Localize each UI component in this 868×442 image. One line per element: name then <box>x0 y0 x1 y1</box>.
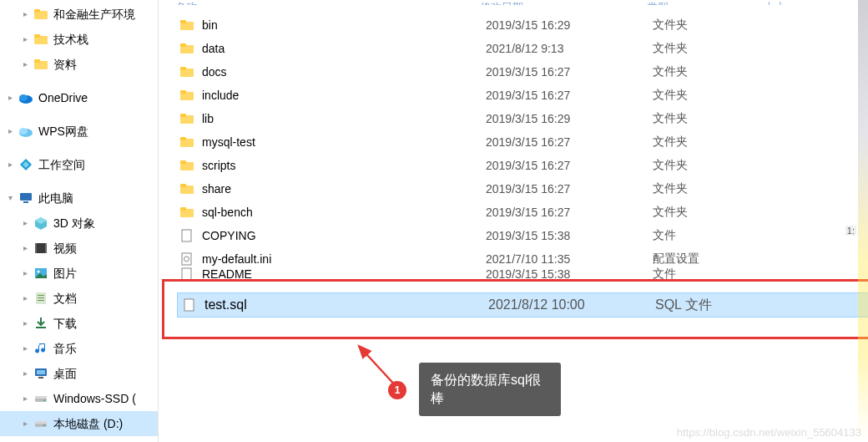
file-row[interactable]: sql-bench2019/3/15 16:27文件夹 <box>175 201 851 224</box>
svg-rect-31 <box>35 396 47 399</box>
sidebar-item[interactable]: ▸桌面 <box>0 361 158 386</box>
file-name: data <box>202 42 486 55</box>
col-date[interactable]: 修改日期 <box>480 0 647 5</box>
svg-rect-25 <box>38 300 44 301</box>
file-name: include <box>202 89 486 102</box>
video-icon <box>33 241 48 256</box>
sidebar-item-label: 文档 <box>53 289 77 307</box>
file-type: 文件夹 <box>653 18 770 33</box>
sidebar-item-label: 下载 <box>53 314 77 333</box>
file-icon <box>179 251 195 267</box>
sidebar-item[interactable]: ▸图片 <box>0 261 158 286</box>
svg-rect-5 <box>34 59 40 63</box>
svg-rect-37 <box>180 20 186 23</box>
chevron-icon[interactable]: ▸ <box>23 389 33 408</box>
sidebar-item-label: 视频 <box>53 239 77 257</box>
svg-rect-28 <box>37 370 45 374</box>
chevron-icon[interactable]: ▸ <box>8 155 18 174</box>
annotation-bubble: 备份的数据库sql很棒 <box>419 363 561 416</box>
sidebar-item[interactable]: ▸音乐 <box>0 336 158 361</box>
watermark-text: https://blog.csdn.net/weixin_55604133 <box>677 426 861 439</box>
sidebar-item[interactable]: ▸视频 <box>0 236 158 261</box>
chevron-icon[interactable]: ▸ <box>8 89 18 107</box>
file-name: sql-bench <box>202 206 486 219</box>
file-row[interactable]: bin2019/3/15 16:29文件夹 <box>175 13 851 37</box>
file-type: SQL 文件 <box>655 297 772 314</box>
annotation-highlight-box: test.sql 2021/8/12 10:00 SQL 文件 <box>162 279 868 339</box>
chevron-icon[interactable]: ▸ <box>23 414 33 433</box>
chevron-icon[interactable]: ▸ <box>23 339 33 358</box>
folder-icon <box>33 7 48 22</box>
svg-rect-55 <box>182 253 191 265</box>
column-headers[interactable]: 名称 修改日期 类型 大小 <box>159 0 868 5</box>
col-size[interactable]: 大小 <box>764 0 851 5</box>
svg-point-20 <box>38 271 40 273</box>
sidebar-item[interactable]: ▸资料 <box>0 52 158 77</box>
svg-rect-58 <box>184 299 194 311</box>
chevron-icon[interactable]: ▸ <box>23 264 33 282</box>
svg-point-32 <box>43 399 45 401</box>
sidebar-item[interactable]: ▸下载 <box>0 311 158 336</box>
file-row[interactable]: COPYING2019/3/15 15:38文件 <box>175 224 851 247</box>
file-type: 文件夹 <box>653 41 770 56</box>
music-icon <box>33 341 48 356</box>
sidebar-item[interactable]: ▸技术栈 <box>0 27 158 52</box>
file-row[interactable]: share2019/3/15 16:27文件夹 <box>175 177 851 201</box>
file-date: 2019/3/15 16:27 <box>486 89 653 102</box>
file-type: 配置设置 <box>653 251 770 267</box>
svg-rect-57 <box>182 268 191 280</box>
doc-icon <box>33 291 48 306</box>
file-date: 2019/3/15 16:29 <box>486 18 653 32</box>
file-row[interactable]: mysql-test2019/3/15 16:27文件夹 <box>175 130 851 154</box>
file-date: 2021/8/12 10:00 <box>488 297 655 312</box>
file-name: bin <box>202 18 486 32</box>
svg-rect-43 <box>180 90 186 94</box>
folder-icon <box>33 57 48 72</box>
wps-icon <box>18 124 33 139</box>
file-row[interactable]: scripts2019/3/15 16:27文件夹 <box>175 154 851 177</box>
drive-icon <box>33 416 48 431</box>
file-row[interactable]: include2019/3/15 16:27文件夹 <box>175 84 851 107</box>
file-name: README <box>202 267 486 281</box>
file-row-highlighted[interactable]: test.sql 2021/8/12 10:00 SQL 文件 <box>178 293 868 317</box>
file-row[interactable]: data2021/8/12 9:13文件夹 <box>175 37 851 60</box>
desktop-icon <box>33 366 48 381</box>
svg-rect-29 <box>38 377 43 378</box>
sidebar-item[interactable]: ▸和金融生产环境 <box>0 2 158 27</box>
file-type: 文件夹 <box>653 158 770 173</box>
file-name: share <box>202 182 486 196</box>
col-name[interactable]: 名称 <box>175 0 480 5</box>
chevron-icon[interactable]: ▸ <box>23 55 33 74</box>
sidebar-item[interactable]: ▾此电脑 <box>0 185 158 211</box>
chevron-icon[interactable]: ▸ <box>23 214 33 232</box>
chevron-icon[interactable]: ▸ <box>23 239 33 257</box>
sidebar-item-label: 资料 <box>53 55 77 74</box>
svg-rect-17 <box>35 243 37 253</box>
chevron-icon[interactable]: ▸ <box>8 122 18 140</box>
file-row[interactable]: docs2019/3/15 16:27文件夹 <box>175 60 851 84</box>
sidebar-item[interactable]: ▸OneDrive <box>0 85 158 110</box>
chevron-icon[interactable]: ▸ <box>23 364 33 383</box>
file-name: my-default.ini <box>202 252 486 266</box>
chevron-icon[interactable]: ▸ <box>23 314 33 333</box>
file-name: docs <box>202 65 486 79</box>
file-row[interactable]: lib2019/3/15 16:29文件夹 <box>175 107 851 130</box>
chevron-icon[interactable]: ▸ <box>23 5 33 23</box>
chevron-icon[interactable]: ▾ <box>8 189 18 207</box>
sidebar-item[interactable]: ▸文档 <box>0 286 158 311</box>
file-date: 2019/3/15 16:27 <box>486 206 653 219</box>
sidebar-tree: ▸和金融生产环境▸技术栈▸资料▸OneDrive▸WPS网盘▸工作空间▾此电脑▸… <box>0 0 159 442</box>
sidebar-item[interactable]: ▸Windows-SSD ( <box>0 386 158 411</box>
chevron-icon[interactable]: ▸ <box>23 289 33 307</box>
file-row-readme-clipped[interactable]: README 2019/3/15 15:38 文件 <box>175 266 770 282</box>
sidebar-item[interactable]: ▸3D 对象 <box>0 211 158 236</box>
sidebar-item[interactable]: ▸本地磁盘 (D:) <box>0 411 158 436</box>
sidebar-item[interactable]: ▸工作空间 <box>0 152 158 177</box>
sidebar-item[interactable]: ▸WPS网盘 <box>0 119 158 144</box>
svg-rect-12 <box>20 193 32 201</box>
col-type[interactable]: 类型 <box>647 0 764 5</box>
svg-rect-45 <box>180 114 186 117</box>
file-type: 文件夹 <box>653 205 770 220</box>
chevron-icon[interactable]: ▸ <box>23 30 33 48</box>
svg-rect-49 <box>180 160 186 164</box>
